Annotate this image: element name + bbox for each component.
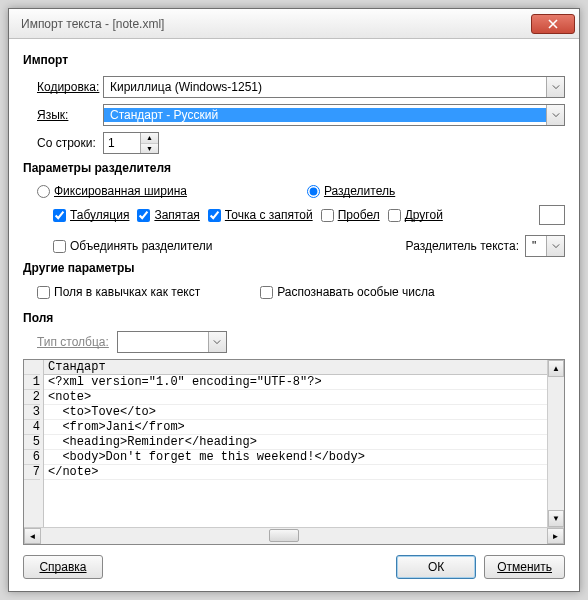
chevron-down-icon (208, 332, 226, 352)
comma-checkbox[interactable]: Запятая (137, 208, 199, 222)
button-bar: Справка ОК Отменить (23, 545, 565, 579)
fields-section: Тип столбца: 1234567 Стандарт <?xml vers… (23, 331, 565, 545)
language-label: Язык: (23, 108, 103, 122)
scrollbar-thumb[interactable] (269, 529, 299, 542)
scroll-up-icon[interactable]: ▲ (548, 360, 564, 377)
dialog-content: Импорт Кодировка: Кириллица (Windows-125… (9, 39, 579, 591)
chevron-down-icon (546, 236, 564, 256)
from-row-spinner[interactable]: ▲ ▼ (103, 132, 159, 154)
column-type-combo[interactable] (117, 331, 227, 353)
from-row-row: Со строки: ▲ ▼ (23, 132, 565, 154)
ok-button[interactable]: ОК (396, 555, 476, 579)
preview-row: <heading>Reminder</heading> (44, 435, 547, 450)
text-separator-row: Объединять разделители Разделитель текст… (23, 235, 565, 257)
preview-row: <to>Tove</to> (44, 405, 547, 420)
from-row-label: Со строки: (23, 136, 103, 150)
fixed-width-radio[interactable]: Фиксированная ширина (37, 184, 187, 198)
text-separator-label: Разделитель текста: (406, 239, 519, 253)
window-title: Импорт текста - [note.xml] (21, 17, 531, 31)
detect-numbers-checkbox[interactable]: Распознавать особые числа (260, 285, 434, 299)
preview-area: 1234567 Стандарт <?xml version="1.0" enc… (23, 359, 565, 545)
text-separator-combo[interactable]: " (525, 235, 565, 257)
merge-checkbox[interactable]: Объединять разделители (53, 239, 212, 253)
close-button[interactable] (531, 14, 575, 34)
other-group-title: Другие параметры (23, 261, 565, 275)
quoted-as-text-checkbox[interactable]: Поля в кавычках как текст (37, 285, 200, 299)
dialog-window: Импорт текста - [note.xml] Импорт Кодиро… (8, 8, 580, 592)
import-group-title: Импорт (23, 53, 565, 67)
tab-checkbox[interactable]: Табуляция (53, 208, 129, 222)
language-row: Язык: Стандарт - Русский (23, 104, 565, 126)
column-type-row: Тип столбца: (23, 331, 565, 353)
preview-grid[interactable]: 1234567 Стандарт <?xml version="1.0" enc… (24, 360, 564, 527)
scroll-left-icon[interactable]: ◄ (24, 528, 41, 544)
grid-body: Стандарт <?xml version="1.0" encoding="U… (44, 360, 547, 527)
spinner-down-icon[interactable]: ▼ (141, 144, 158, 154)
preview-row: <note> (44, 390, 547, 405)
fields-group-title: Поля (23, 311, 565, 325)
separator-mode-row: Фиксированная ширина Разделитель (23, 184, 565, 198)
chevron-down-icon (546, 77, 564, 97)
other-checkbox[interactable]: Другой (388, 208, 443, 222)
encoding-combo[interactable]: Кириллица (Windows-1251) (103, 76, 565, 98)
language-combo[interactable]: Стандарт - Русский (103, 104, 565, 126)
preview-row: <?xml version="1.0" encoding="UTF-8"?> (44, 375, 547, 390)
scroll-right-icon[interactable]: ► (547, 528, 564, 544)
preview-row: <from>Jani</from> (44, 420, 547, 435)
separator-group-title: Параметры разделителя (23, 161, 565, 175)
cancel-button[interactable]: Отменить (484, 555, 565, 579)
line-numbers: 1234567 (24, 360, 44, 527)
horizontal-scrollbar[interactable]: ◄ ► (24, 527, 564, 544)
chevron-down-icon (546, 105, 564, 125)
separator-radio[interactable]: Разделитель (307, 184, 395, 198)
other-params-row: Поля в кавычках как текст Распознавать о… (23, 285, 565, 299)
semicolon-checkbox[interactable]: Точка с запятой (208, 208, 313, 222)
preview-row: <body>Don't forget me this weekend!</bod… (44, 450, 547, 465)
separator-options-row: Табуляция Запятая Точка с запятой Пробел… (23, 205, 565, 225)
encoding-row: Кодировка: Кириллица (Windows-1251) (23, 76, 565, 98)
vertical-scrollbar[interactable]: ▲ ▼ (547, 360, 564, 527)
titlebar: Импорт текста - [note.xml] (9, 9, 579, 39)
help-button[interactable]: Справка (23, 555, 103, 579)
preview-row: </note> (44, 465, 547, 480)
encoding-label: Кодировка: (23, 80, 103, 94)
scroll-down-icon[interactable]: ▼ (548, 510, 564, 527)
other-separator-input[interactable] (539, 205, 565, 225)
column-header[interactable]: Стандарт (44, 360, 547, 375)
encoding-value: Кириллица (Windows-1251) (104, 80, 546, 94)
space-checkbox[interactable]: Пробел (321, 208, 380, 222)
column-type-label: Тип столбца: (37, 335, 109, 349)
from-row-input[interactable] (104, 133, 140, 153)
language-value: Стандарт - Русский (104, 108, 546, 122)
spinner-up-icon[interactable]: ▲ (141, 133, 158, 144)
